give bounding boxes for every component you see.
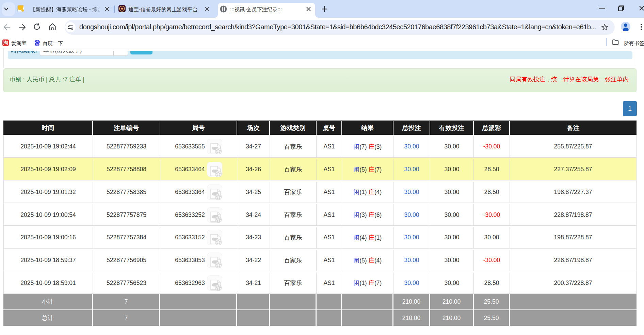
svg-text:du: du xyxy=(36,43,38,45)
